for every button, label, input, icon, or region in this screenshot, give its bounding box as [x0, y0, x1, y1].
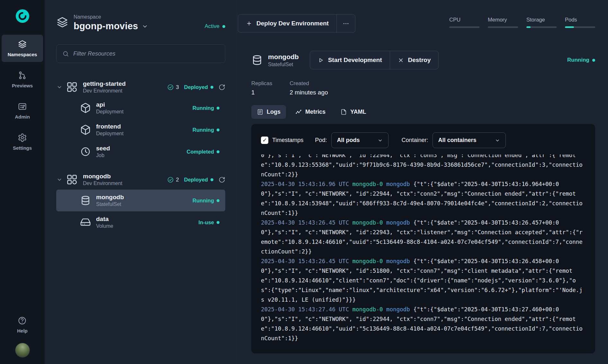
pod-select[interactable]: All pods: [331, 132, 389, 148]
start-development-button[interactable]: Start Development: [310, 51, 390, 69]
resource-item-api[interactable]: apiDeploymentRunning: [56, 97, 225, 119]
log-lines: 0"},"s":"I", "c":"NETWORK", "id":22944, …: [261, 155, 586, 343]
status-dot: [217, 107, 219, 110]
filter-resources-input[interactable]: [73, 50, 219, 57]
tab-yaml[interactable]: YAML: [335, 105, 371, 119]
sidebar-item-previews[interactable]: Previews: [2, 66, 43, 93]
namespace-name: bgonp-movies: [74, 21, 138, 31]
search-icon: [62, 50, 69, 57]
resource-item-data[interactable]: dataVolumeIn-use: [56, 211, 225, 233]
resource-name: seed: [96, 145, 110, 152]
sidebar-item-admin[interactable]: Admin: [2, 97, 43, 124]
resource-item-right: Running: [192, 198, 219, 204]
log-container: mongodb: [386, 181, 410, 187]
created-label: Created: [290, 80, 328, 87]
status-dot: [217, 199, 219, 202]
redeploy-icon[interactable]: [219, 176, 225, 183]
namespaces-icon: [56, 16, 68, 28]
ready-count-value: 2: [176, 177, 179, 183]
meter-bar: [449, 26, 479, 28]
log-scroll-area[interactable]: 0"},"s":"I", "c":"NETWORK", "id":22944, …: [261, 155, 586, 345]
okteto-logo[interactable]: [15, 8, 30, 24]
sidebar-item-label: Previews: [12, 83, 33, 88]
chevron-down-icon: [141, 23, 148, 30]
resource-kind: Job: [96, 152, 110, 159]
status-dot: [210, 178, 213, 181]
log-controls: ✓ Timestamps Pod: All pods Container: Al…: [261, 132, 586, 148]
redeploy-icon[interactable]: [219, 84, 225, 91]
destroy-button[interactable]: Destroy: [390, 51, 439, 69]
logs-icon: [257, 109, 264, 115]
sidebar: NamespacesPreviewsAdminSettings Help: [0, 0, 45, 364]
resource-text: apiDeployment: [96, 101, 123, 115]
detail-kind: StatefulSet: [268, 61, 299, 68]
resource-text: mongodbStatefulSet: [96, 193, 124, 208]
status-dot: [592, 59, 595, 62]
sidebar-item-namespaces[interactable]: Namespaces: [2, 35, 43, 62]
container-select[interactable]: All containers: [433, 132, 506, 148]
chevron-down-icon[interactable]: [56, 84, 63, 90]
previews-icon: [18, 71, 27, 80]
status-label: Completed: [187, 149, 219, 155]
avatar[interactable]: [15, 343, 30, 358]
resource-name: mongodb: [96, 193, 124, 201]
help-icon: [18, 316, 27, 325]
log-entry: 2025-04-30 15:43:26.45 UTC mongodb-0 mon…: [261, 256, 586, 305]
deployment-icon: [80, 102, 91, 113]
meter-bar: [565, 26, 595, 28]
main-top-bar: Deploy Dev Environment CPUMemoryStorageP…: [238, 14, 595, 33]
ready-count-value: 3: [176, 84, 179, 90]
main-content: Deploy Dev Environment CPUMemoryStorageP…: [237, 0, 608, 364]
yaml-icon: [340, 109, 347, 115]
timestamps-checkbox[interactable]: ✓: [261, 137, 268, 144]
namespace-selector[interactable]: bgonp-movies: [74, 21, 148, 31]
check-circle-icon: [167, 176, 174, 183]
settings-icon: [18, 133, 27, 142]
sidebar-bottom: Help: [0, 311, 45, 364]
status-dot: [217, 150, 219, 153]
resource-kind: Deployment: [96, 130, 123, 137]
log-container: mongodb: [386, 219, 410, 226]
sidebar-item-settings[interactable]: Settings: [2, 128, 43, 155]
ellipsis-icon: [342, 20, 350, 27]
resource-item-seed[interactable]: seedJobCompleted: [56, 141, 225, 163]
deployment-icon: [80, 124, 91, 135]
tab-logs[interactable]: Logs: [251, 105, 286, 119]
detail-title: mongodb: [268, 52, 299, 61]
resource-group-row-getting-started[interactable]: getting-startedDev Environment3Deployed: [56, 77, 225, 97]
log-entry: 2025-04-30 15:43:16.96 UTC mongodb-0 mon…: [261, 179, 586, 218]
status-label: Running: [192, 198, 219, 204]
resource-item-mongodb[interactable]: mongodbStatefulSetRunning: [56, 190, 225, 211]
plus-icon: [246, 20, 252, 27]
sidebar-item-help[interactable]: Help: [16, 311, 29, 338]
chevron-down-icon[interactable]: [56, 176, 63, 183]
resources-tree: getting-startedDev Environment3Deployeda…: [56, 77, 225, 240]
resource-item-right: Completed: [187, 149, 219, 155]
resource-group-right: 2Deployed: [167, 176, 225, 183]
pod-label: Pod:: [315, 137, 327, 144]
status-label: Running: [192, 105, 219, 111]
sidebar-item-label: Namespaces: [8, 52, 37, 57]
resource-text: frontendDeployment: [96, 123, 123, 137]
status-label: Deployed: [184, 177, 213, 183]
resources-panel: Namespace bgonp-movies Active getting-st…: [45, 0, 237, 364]
resource-name: api: [96, 101, 123, 109]
timestamps-label: Timestamps: [272, 137, 303, 144]
resource-item-right: Running: [192, 105, 219, 111]
resource-text: seedJob: [96, 145, 110, 159]
resource-group-row-mongodb[interactable]: mongodbDev Environment2Deployed: [56, 170, 225, 190]
namespace-text: Namespace bgonp-movies: [74, 14, 148, 31]
log-container: mongodb: [386, 306, 410, 313]
namespace-header: Namespace bgonp-movies Active: [56, 14, 225, 31]
resource-item-frontend[interactable]: frontendDeploymentRunning: [56, 119, 225, 141]
admin-icon: [18, 102, 27, 111]
log-timestamp: 2025-04-30 15:43:26.45 UTC: [261, 258, 349, 264]
resource-group: getting-startedDev Environment3Deployeda…: [56, 77, 225, 163]
more-options-button[interactable]: [336, 14, 355, 32]
log-panel: ✓ Timestamps Pod: All pods Container: Al…: [251, 124, 595, 353]
deploy-dev-environment-button[interactable]: Deploy Dev Environment: [238, 14, 336, 32]
replicas-label: Replicas: [251, 80, 272, 87]
resource-name: frontend: [96, 123, 123, 130]
tab-metrics[interactable]: Metrics: [290, 105, 331, 119]
resource-kind: StatefulSet: [96, 201, 124, 208]
